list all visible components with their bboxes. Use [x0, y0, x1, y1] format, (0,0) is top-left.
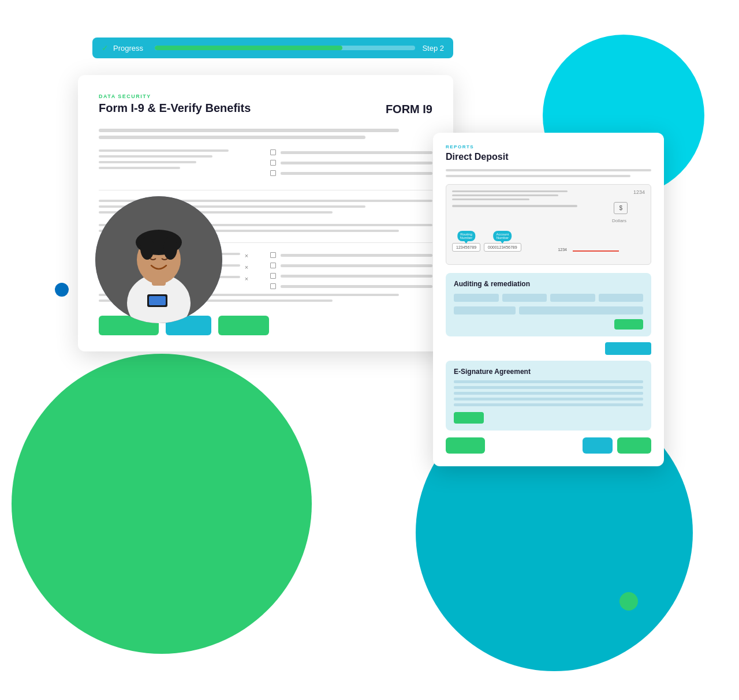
checkbox	[270, 263, 276, 268]
check-account-value: 0000123456789	[488, 245, 517, 249]
audit-cell	[550, 294, 595, 302]
check-dollar-sign: $	[619, 205, 622, 211]
check-line	[452, 190, 568, 192]
form-checkbox-row	[270, 263, 432, 268]
progress-check-icon: ✓	[102, 43, 109, 53]
checkbox-label-line	[281, 275, 432, 278]
bg-circle-green	[12, 354, 312, 654]
form-checkbox-col2	[270, 252, 432, 294]
avatar-person-svg	[95, 196, 222, 323]
audit-title: Auditing & remediation	[454, 280, 643, 288]
audit-cell	[502, 294, 547, 302]
svg-point-5	[140, 237, 154, 260]
audit-cell	[454, 294, 499, 302]
audit-cell	[454, 306, 516, 315]
esig-line	[454, 380, 643, 383]
check-routing-number-box: RoutingNumber 123456789	[452, 243, 480, 252]
check-signature-line	[573, 250, 619, 252]
progress-bar-container	[155, 46, 415, 50]
esig-section: E-Signature Agreement	[446, 361, 651, 431]
esig-line	[454, 392, 643, 395]
checkbox-label-line	[281, 264, 432, 267]
right-card: REPORTS Direct Deposit 1234 $ Dollars Ro…	[433, 133, 664, 466]
esig-line	[454, 398, 643, 400]
form-lines-1	[99, 129, 432, 139]
form-card-number: FORM I9	[386, 103, 432, 116]
right-card-title: Direct Deposit	[446, 152, 651, 162]
x-mark: ×	[245, 252, 252, 259]
check-pay-line	[452, 205, 577, 207]
form-line	[99, 136, 365, 139]
check-number: 1234	[633, 189, 645, 195]
bg-dot-blue-2	[55, 283, 69, 297]
form-checkbox-row	[270, 252, 432, 258]
form-col-right	[270, 149, 432, 181]
x-mark: ×	[245, 264, 252, 271]
avatar-circle	[95, 196, 222, 323]
check-routing-value: 123456789	[456, 245, 476, 249]
audit-section: Auditing & remediation	[446, 273, 651, 336]
check-amount-box: $	[614, 202, 628, 214]
check-line	[452, 199, 529, 200]
checkbox-label-line	[281, 172, 432, 175]
form-separator	[99, 190, 432, 190]
rc-btn-2[interactable]	[617, 437, 651, 454]
checkbox-label-line	[281, 151, 432, 154]
checkbox	[270, 273, 276, 279]
audit-btn-row	[454, 319, 643, 330]
mid-btn-row	[446, 342, 651, 355]
audit-cell	[599, 294, 644, 302]
form-checkbox-row	[270, 160, 432, 166]
rc-line	[446, 175, 630, 177]
form-two-col-1	[99, 149, 432, 181]
esig-btn-row	[454, 412, 643, 424]
form-line	[99, 155, 212, 158]
check-account-number-box: AccountNumber 0000123456789	[484, 243, 521, 252]
checkbox	[270, 160, 276, 166]
rc-btn-1[interactable]	[583, 437, 612, 454]
mid-button[interactable]	[605, 342, 651, 355]
check-lines	[452, 190, 645, 200]
check-line	[452, 194, 558, 196]
bg-dot-green	[619, 592, 638, 611]
check-image: 1234 $ Dollars RoutingNumber 123456789 A…	[446, 184, 651, 265]
esig-line	[454, 386, 643, 389]
rc-back-button[interactable]	[446, 437, 485, 454]
esig-button[interactable]	[454, 412, 484, 424]
check-routing-area: RoutingNumber 123456789 AccountNumber 00…	[452, 243, 521, 252]
right-card-bottom-buttons	[446, 437, 651, 454]
progress-step: Step 2	[422, 44, 444, 53]
audit-grid	[454, 294, 643, 302]
form-line	[99, 149, 229, 152]
esig-line	[454, 403, 643, 406]
checkbox	[270, 252, 276, 258]
progress-left: ✓ Progress	[102, 43, 422, 53]
check-account-label: AccountNumber	[494, 231, 512, 241]
checkbox	[270, 283, 276, 289]
esig-text-lines	[454, 380, 643, 406]
audit-row2	[454, 306, 643, 315]
form-col-left	[99, 149, 261, 181]
rc-right-buttons	[583, 437, 651, 454]
form-save-button[interactable]	[218, 316, 268, 335]
form-checkbox-row	[270, 283, 432, 289]
form-checkbox-row	[270, 149, 432, 155]
form-checkbox-row	[270, 273, 432, 279]
check-routing-label: RoutingNumber	[457, 231, 475, 241]
svg-rect-8	[149, 296, 166, 305]
right-card-section-label: REPORTS	[446, 144, 651, 149]
checkbox	[270, 149, 276, 155]
right-card-lines	[446, 169, 651, 177]
form-card-section-label: DATA SECURITY	[99, 93, 432, 99]
check-dollars-label: Dollars	[612, 218, 626, 223]
progress-label: Progress	[113, 44, 143, 53]
rc-line	[446, 169, 651, 171]
check-bottom-number: 1234	[558, 248, 567, 252]
form-checkbox-row	[270, 170, 432, 176]
form-line	[99, 161, 196, 163]
x-mark: ×	[245, 275, 252, 282]
checkbox	[270, 170, 276, 176]
progress-bar-card: ✓ Progress Step 2	[92, 38, 453, 58]
form-line	[99, 129, 399, 132]
audit-button[interactable]	[614, 319, 643, 330]
